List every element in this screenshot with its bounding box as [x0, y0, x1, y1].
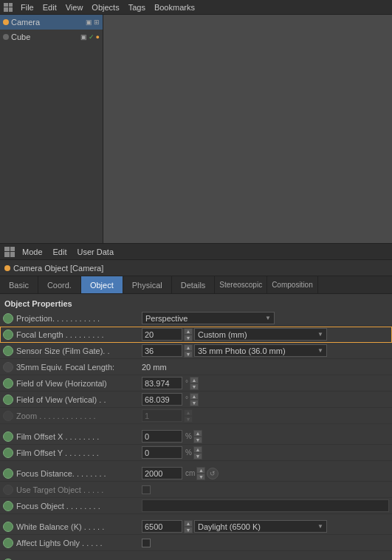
sensor-label: Sensor Size (Film Gate). . — [16, 346, 142, 355]
film-x-enable[interactable] — [3, 431, 13, 442]
wb-dropdown[interactable]: Daylight (6500 K) ▼ — [194, 520, 327, 533]
fov-v-spinner[interactable]: ▲ ▼ — [190, 393, 199, 406]
sensor-dropdown[interactable]: 35 mm Photo (36.0 mm) ▼ — [194, 344, 327, 357]
tab-composition[interactable]: Composition — [267, 276, 318, 293]
tree-item-camera[interactable]: Camera ▣ ⊞ — [0, 15, 103, 30]
sensor-enable[interactable] — [3, 346, 13, 356]
fov-v-down[interactable]: ▼ — [190, 400, 199, 406]
spin-down[interactable]: ▼ — [184, 335, 193, 341]
fov-h-spinner[interactable]: ▲ ▼ — [190, 377, 199, 389]
focus-obj-label: Focus Object . . . . . . . . — [16, 502, 142, 511]
fov-h-input[interactable] — [142, 377, 182, 389]
sensor-input[interactable] — [142, 344, 182, 357]
camera-dot — [3, 19, 9, 25]
tree-item-cube[interactable]: Cube ▣ ✓ ● — [0, 30, 103, 44]
fov-v-up[interactable]: ▲ — [190, 393, 199, 400]
fov-h-unit: ° — [185, 379, 188, 387]
mode-edit[interactable]: Edit — [50, 247, 70, 256]
focus-obj-enable[interactable] — [3, 501, 13, 511]
prop-focal-length: Focal Length . . . . . . . . . ▲ ▼ Custo… — [0, 327, 392, 343]
fov-v-enable[interactable] — [3, 395, 13, 405]
projection-dropdown[interactable]: Perspective ▼ — [142, 312, 275, 324]
cube-label: Cube — [11, 33, 80, 41]
use-target-enable — [3, 485, 13, 495]
mode-mode[interactable]: Mode — [19, 247, 46, 256]
affect-lights-enable[interactable] — [3, 538, 13, 548]
film-y-spinner[interactable]: ▲ ▼ — [193, 446, 202, 459]
menu-edit[interactable]: Edit — [38, 0, 61, 14]
affect-lights-label: Affect Lights Only . . . . . — [16, 539, 142, 547]
focus-dist-up[interactable]: ▲ — [196, 467, 205, 474]
tab-basic[interactable]: Basic — [0, 276, 38, 293]
fov-v-input[interactable] — [142, 393, 182, 406]
mode-icon — [4, 247, 15, 257]
use-target-label: Use Target Object . . . . . — [16, 485, 142, 494]
sensor-spin-down[interactable]: ▼ — [184, 351, 193, 358]
focal-length-dropdown-text: Custom (mm) — [198, 330, 247, 339]
object-tree: Camera ▣ ⊞ Cube ▣ ✓ ● — [0, 15, 103, 243]
menu-objects[interactable]: Objects — [87, 0, 123, 14]
fov-h-enable[interactable] — [3, 378, 13, 389]
film-y-enable[interactable] — [3, 448, 13, 458]
wb-up[interactable]: ▲ — [184, 520, 193, 527]
film-x-up[interactable]: ▲ — [193, 430, 202, 437]
focus-dist-down[interactable]: ▼ — [196, 474, 205, 480]
prop-fov-horizontal: Field of View (Horizontal) ° ▲ ▼ — [0, 375, 392, 392]
mode-bar: Mode Edit User Data — [0, 244, 392, 260]
focal-length-dropdown[interactable]: Custom (mm) ▼ — [194, 328, 327, 341]
tab-physical[interactable]: Physical — [123, 276, 172, 293]
sensor-spinner[interactable]: ▲ ▼ — [184, 344, 193, 357]
prop-focus-distance: Focus Distance. . . . . . . . cm ▲ ▼ ↺ — [0, 465, 392, 482]
film-y-unit: % — [185, 448, 192, 457]
sensor-dropdown-text: 35 mm Photo (36.0 mm) — [198, 346, 286, 355]
zoom-up: ▲ — [184, 409, 193, 416]
tab-stereoscopic[interactable]: Stereoscopic — [215, 276, 267, 293]
resize-icon: ⊞ — [94, 18, 100, 26]
film-x-input[interactable] — [142, 430, 182, 443]
focal-length-value: ▲ ▼ Custom (mm) ▼ — [142, 328, 389, 341]
focus-dist-spinner[interactable]: ▲ ▼ — [196, 467, 205, 479]
wb-down[interactable]: ▼ — [184, 527, 193, 533]
focal-length-enable[interactable] — [3, 329, 13, 340]
tab-details[interactable]: Details — [172, 276, 216, 293]
focus-obj-value — [142, 499, 389, 512]
film-y-value: % ▲ ▼ — [142, 446, 389, 459]
fov-h-up[interactable]: ▲ — [190, 377, 199, 383]
film-y-down[interactable]: ▼ — [193, 453, 202, 460]
wb-spinner[interactable]: ▲ ▼ — [184, 520, 193, 533]
film-x-spinner[interactable]: ▲ ▼ — [193, 430, 202, 443]
film-y-up[interactable]: ▲ — [193, 446, 202, 453]
focus-dist-input[interactable] — [142, 467, 182, 479]
film-x-down[interactable]: ▼ — [193, 437, 202, 443]
prop-export-afx: Export to AFX . . . . . . . ✓ — [0, 556, 392, 560]
wb-input[interactable] — [142, 520, 182, 533]
affect-lights-checkbox[interactable] — [142, 539, 151, 547]
mode-userdata[interactable]: User Data — [75, 247, 117, 256]
tab-coord[interactable]: Coord. — [38, 276, 81, 293]
menu-file[interactable]: File — [16, 0, 38, 14]
focal-length-input[interactable] — [142, 328, 182, 341]
menu-tags[interactable]: Tags — [124, 0, 150, 14]
focus-dist-label: Focus Distance. . . . . . . . — [16, 469, 142, 478]
spin-up[interactable]: ▲ — [184, 328, 193, 335]
projection-label: Projection. . . . . . . . . . . — [16, 314, 142, 323]
camera-label: Camera — [11, 18, 86, 27]
wb-enable[interactable] — [3, 522, 13, 532]
focus-dist-unit: cm — [185, 469, 195, 477]
dot-icon: ● — [96, 33, 100, 41]
projection-enable[interactable] — [3, 313, 13, 324]
app-icon — [3, 2, 13, 13]
tab-object[interactable]: Object — [81, 276, 123, 293]
menu-bookmarks[interactable]: Bookmarks — [150, 0, 199, 14]
focus-dist-enable[interactable] — [3, 468, 13, 479]
focus-dist-pick[interactable]: ↺ — [207, 468, 219, 479]
equiv-focal-label: 35mm Equiv. Focal Length: — [16, 363, 142, 372]
menu-view[interactable]: View — [61, 0, 88, 14]
film-y-input[interactable] — [142, 446, 182, 459]
focal-length-spinner[interactable]: ▲ ▼ — [184, 328, 193, 341]
menu-bar: File Edit View Objects Tags Bookmarks — [0, 0, 392, 15]
sensor-spin-up[interactable]: ▲ — [184, 344, 193, 351]
fov-h-down[interactable]: ▼ — [190, 383, 199, 390]
focus-obj-field[interactable] — [142, 499, 389, 512]
prop-equiv-focal: 35mm Equiv. Focal Length: 20 mm — [0, 359, 392, 375]
